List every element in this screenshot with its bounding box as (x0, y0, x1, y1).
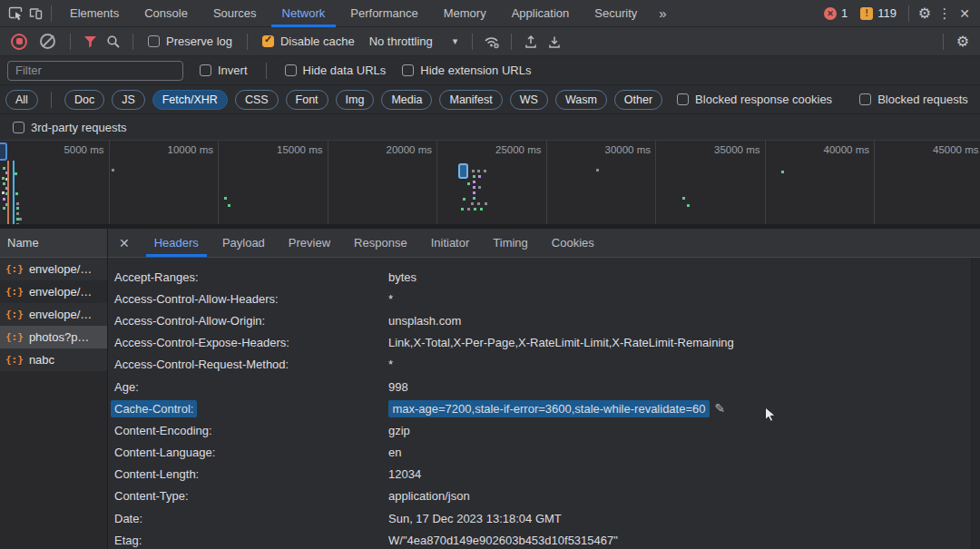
tab-console[interactable]: Console (132, 0, 201, 27)
detail-tab-headers[interactable]: Headers (142, 229, 211, 257)
header-value[interactable]: application/json (388, 489, 470, 503)
disable-cache-checkbox[interactable]: Disable cache (262, 34, 355, 48)
request-row-nabc[interactable]: {:}nabc (0, 348, 107, 371)
header-value[interactable]: unsplash.com (388, 314, 461, 328)
inspect-element-icon[interactable] (5, 4, 25, 24)
checkbox[interactable] (402, 64, 414, 76)
filter-chip-all[interactable]: All (5, 90, 38, 110)
detail-tab-response[interactable]: Response (342, 229, 419, 257)
throttling-select[interactable]: No throttling ▾ (364, 34, 464, 48)
checkbox[interactable] (859, 93, 871, 105)
settings-gear-icon[interactable]: ⚙ (915, 4, 935, 24)
checkbox[interactable] (677, 93, 689, 105)
header-key[interactable]: Content-Encoding: (114, 424, 388, 437)
header-key[interactable]: Etag: (114, 534, 388, 547)
header-key[interactable]: Access-Control-Request-Method: (114, 358, 388, 371)
filter-chip-js[interactable]: JS (112, 90, 145, 110)
checkbox[interactable] (148, 35, 160, 47)
filter-chip-doc[interactable]: Doc (64, 90, 104, 110)
checkbox[interactable] (13, 122, 24, 133)
request-row-photos-p[interactable]: {:}photos?p… (0, 326, 107, 348)
header-value[interactable]: Sun, 17 Dec 2023 13:18:04 GMT (388, 512, 562, 525)
header-key[interactable]: Date: (114, 512, 388, 525)
hide-data-urls-checkbox[interactable]: Hide data URLs (285, 64, 387, 77)
header-key[interactable]: Accept-Ranges: (114, 270, 388, 284)
tab-performance[interactable]: Performance (338, 0, 430, 27)
tab-network[interactable]: Network (270, 0, 338, 27)
invert-checkbox[interactable]: Invert (200, 64, 248, 77)
more-tabs-icon[interactable]: » (650, 5, 675, 21)
header-value[interactable]: max-age=7200,stale-if-error=3600,stale-w… (388, 400, 709, 417)
filter-funnel-icon[interactable] (80, 32, 100, 52)
filter-chip-ws[interactable]: WS (510, 90, 548, 110)
filter-chip-media[interactable]: Media (381, 90, 432, 110)
filter-chip-manifest[interactable]: Manifest (439, 90, 502, 110)
name-column-header[interactable]: Name (0, 229, 107, 258)
overview-dot (781, 171, 784, 173)
header-value[interactable]: * (388, 292, 393, 306)
detail-tab-cookies[interactable]: Cookies (540, 229, 606, 257)
blocked-response-cookies-checkbox[interactable]: Blocked response cookies (677, 93, 832, 106)
header-value[interactable]: bytes (388, 270, 416, 284)
checkbox[interactable] (262, 35, 274, 47)
detail-tab-timing[interactable]: Timing (481, 229, 540, 257)
record-network-log-button[interactable] (11, 34, 27, 50)
filter-chip-wasm[interactable]: Wasm (555, 90, 607, 110)
kebab-menu-icon[interactable]: ⋮ (935, 4, 955, 24)
hide-extension-urls-checkbox[interactable]: Hide extension URLs (402, 64, 531, 77)
export-har-icon[interactable] (544, 32, 564, 52)
header-value[interactable]: * (388, 358, 393, 371)
error-badge[interactable]: ✕ 1 (824, 6, 848, 20)
request-row-envelope[interactable]: {:}envelope/… (0, 280, 107, 303)
filter-chip-img[interactable]: Img (336, 90, 375, 110)
tab-security[interactable]: Security (582, 0, 650, 27)
third-party-requests-checkbox[interactable]: 3rd-party requests (13, 121, 127, 134)
import-har-icon[interactable] (521, 32, 541, 52)
header-value[interactable]: W/"4ea870d149e902603b453d10f5315467" (388, 534, 618, 547)
clear-network-log-icon[interactable] (40, 34, 55, 49)
filter-chip-fetch-xhr[interactable]: Fetch/XHR (152, 90, 228, 110)
detail-tab-payload[interactable]: Payload (211, 229, 277, 257)
header-value[interactable]: 998 (388, 380, 408, 394)
filter-chip-font[interactable]: Font (286, 90, 328, 110)
filter-input[interactable] (7, 61, 183, 81)
tab-application[interactable]: Application (499, 0, 583, 27)
search-icon[interactable] (103, 32, 123, 52)
header-key[interactable]: Access-Control-Allow-Origin: (114, 314, 388, 328)
warning-badge[interactable]: ! 119 (860, 6, 897, 20)
edit-pencil-icon[interactable]: ✎ (715, 401, 726, 416)
close-details-icon[interactable]: ✕ (119, 236, 130, 250)
header-key[interactable]: Age: (114, 380, 388, 394)
close-devtools-icon[interactable]: ✕ (955, 4, 975, 24)
blocked-requests-checkbox[interactable]: Blocked requests (859, 93, 968, 106)
header-key[interactable]: Access-Control-Expose-Headers: (114, 336, 388, 349)
header-value[interactable]: 12034 (388, 467, 421, 481)
header-key[interactable]: Content-Type: (114, 489, 388, 503)
scrollbar-track[interactable] (971, 258, 980, 549)
timeline-tick-label: 35000 ms (656, 141, 765, 155)
header-value[interactable]: Link,X-Total,X-Per-Page,X-RateLimit-Limi… (388, 336, 734, 349)
network-overview-timeline[interactable]: 5000 ms10000 ms15000 ms20000 ms25000 ms3… (0, 141, 980, 224)
filter-chip-css[interactable]: CSS (235, 90, 279, 110)
filter-chip-other[interactable]: Other (614, 90, 662, 110)
device-toolbar-icon[interactable] (25, 4, 45, 24)
detail-tab-preview[interactable]: Preview (277, 229, 342, 257)
header-value[interactable]: en (388, 446, 401, 459)
preserve-log-checkbox[interactable]: Preserve log (148, 34, 232, 48)
tab-elements[interactable]: Elements (57, 0, 132, 27)
network-conditions-icon[interactable] (482, 32, 502, 52)
header-key[interactable]: Access-Control-Allow-Headers: (114, 292, 388, 306)
request-row-envelope[interactable]: {:}envelope/… (0, 258, 107, 280)
tab-sources[interactable]: Sources (201, 0, 270, 27)
checkbox[interactable] (285, 64, 297, 76)
header-key[interactable]: Content-Length: (114, 467, 388, 481)
header-row: Access-Control-Allow-Origin:unsplash.com (108, 309, 980, 331)
network-settings-gear-icon[interactable]: ⚙ (953, 32, 973, 52)
header-key[interactable]: Cache-Control: (111, 400, 197, 417)
request-row-envelope[interactable]: {:}envelope/… (0, 303, 107, 326)
header-value[interactable]: gzip (388, 424, 410, 437)
header-key[interactable]: Content-Language: (114, 446, 388, 459)
detail-tab-initiator[interactable]: Initiator (419, 229, 482, 257)
checkbox[interactable] (200, 64, 211, 76)
tab-memory[interactable]: Memory (431, 0, 499, 27)
